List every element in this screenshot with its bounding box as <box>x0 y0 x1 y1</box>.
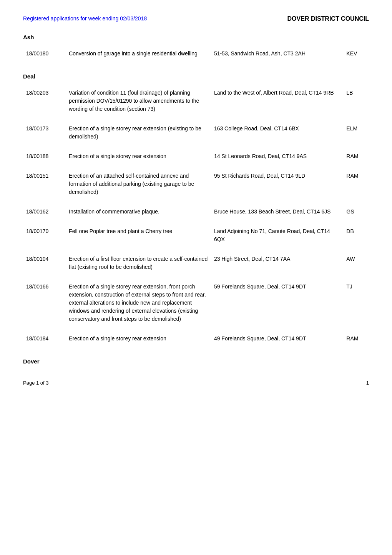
application-description: Installation of commemorative plaque. <box>66 204 211 223</box>
page-header: Registered applications for week ending … <box>23 15 369 22</box>
application-description: Fell one Poplar tree and plant a Cherry … <box>66 223 211 251</box>
application-ref: 18/00166 <box>23 279 66 331</box>
application-ref: 18/00104 <box>23 251 66 279</box>
application-ref: 18/00173 <box>23 121 66 148</box>
application-description: Erection of a single storey rear extensi… <box>66 148 211 168</box>
table-row: 18/00162Installation of commemorative pl… <box>23 204 369 223</box>
application-officer: LB <box>343 85 369 121</box>
header-left: Registered applications for week ending … <box>23 15 147 22</box>
table-row: 18/00203Variation of condition 11 (foul … <box>23 85 369 121</box>
header-link[interactable]: Registered applications for week ending … <box>23 15 147 22</box>
application-address: 59 Forelands Square, Deal, CT14 9DT <box>211 279 343 331</box>
application-description: Erection of a single storey rear extensi… <box>66 331 211 350</box>
application-ref: 18/00151 <box>23 168 66 204</box>
section-heading-dover: Dover <box>23 358 369 365</box>
application-officer: DB <box>343 223 369 251</box>
application-officer: RAM <box>343 148 369 168</box>
application-address: 95 St Richards Road, Deal, CT14 9LD <box>211 168 343 204</box>
application-ref: 18/00184 <box>23 331 66 350</box>
application-address: 51-53, Sandwich Road, Ash, CT3 2AH <box>211 46 343 65</box>
application-ref: 18/00170 <box>23 223 66 251</box>
section-heading-deal: Deal <box>23 73 369 80</box>
application-description: Erection of a single storey rear extensi… <box>66 279 211 331</box>
table-row: 18/00180Conversion of garage into a sing… <box>23 46 369 65</box>
application-description: Erection of a single storey rear extensi… <box>66 121 211 148</box>
content-area: Ash18/00180Conversion of garage into a s… <box>23 34 369 365</box>
application-description: Variation of condition 11 (foul drainage… <box>66 85 211 121</box>
table-row: 18/00151Erection of an attached self-con… <box>23 168 369 204</box>
table-row: 18/00173Erection of a single storey rear… <box>23 121 369 148</box>
application-address: Land Adjoining No 71, Canute Road, Deal,… <box>211 223 343 251</box>
application-ref: 18/00162 <box>23 204 66 223</box>
application-address: Land to the West of, Albert Road, Deal, … <box>211 85 343 121</box>
section-heading-ash: Ash <box>23 34 369 40</box>
application-address: 14 St Leonards Road, Deal, CT14 9AS <box>211 148 343 168</box>
page-number: 1 <box>366 380 369 386</box>
application-officer: ELM <box>343 121 369 148</box>
table-row: 18/00104Erection of a first floor extens… <box>23 251 369 279</box>
application-officer: GS <box>343 204 369 223</box>
application-officer: TJ <box>343 279 369 331</box>
table-row: 18/00188Erection of a single storey rear… <box>23 148 369 168</box>
application-officer: RAM <box>343 331 369 350</box>
application-ref: 18/00188 <box>23 148 66 168</box>
application-description: Conversion of garage into a single resid… <box>66 46 211 65</box>
application-address: Bruce House, 133 Beach Street, Deal, CT1… <box>211 204 343 223</box>
table-row: 18/00184Erection of a single storey rear… <box>23 331 369 350</box>
application-officer: KEV <box>343 46 369 65</box>
council-name: DOVER DISTRICT COUNCIL <box>287 15 369 22</box>
application-officer: AW <box>343 251 369 279</box>
application-description: Erection of a first floor extension to c… <box>66 251 211 279</box>
application-ref: 18/00203 <box>23 85 66 121</box>
application-address: 163 College Road, Deal, CT14 6BX <box>211 121 343 148</box>
applications-table-ash: 18/00180Conversion of garage into a sing… <box>23 46 369 65</box>
application-description: Erection of an attached self-contained a… <box>66 168 211 204</box>
footer: Page 1 of 3 1 <box>23 380 369 386</box>
page-label: Page 1 of 3 <box>23 380 49 386</box>
application-address: 49 Forelands Square, Deal, CT14 9DT <box>211 331 343 350</box>
application-ref: 18/00180 <box>23 46 66 65</box>
applications-table-deal: 18/00203Variation of condition 11 (foul … <box>23 85 369 350</box>
table-row: 18/00166Erection of a single storey rear… <box>23 279 369 331</box>
application-address: 23 High Street, Deal, CT14 7AA <box>211 251 343 279</box>
application-officer: RAM <box>343 168 369 204</box>
table-row: 18/00170Fell one Poplar tree and plant a… <box>23 223 369 251</box>
